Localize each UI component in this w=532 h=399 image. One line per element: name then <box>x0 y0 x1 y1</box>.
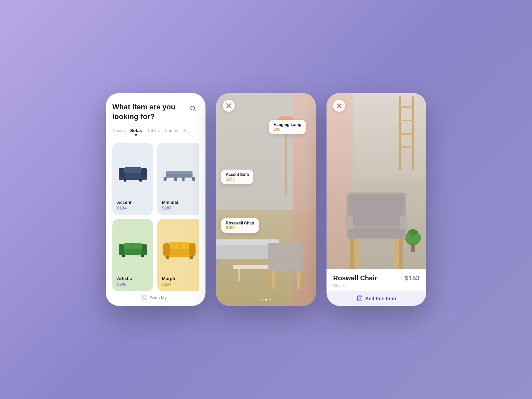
close-icon-phone3 <box>337 103 341 108</box>
phones-container: What item are you looking for? Chairs So… <box>106 93 426 306</box>
svg-rect-22 <box>163 243 170 256</box>
product-image-minimal <box>162 148 197 197</box>
svg-point-28 <box>144 297 145 299</box>
close-icon-phone2 <box>226 103 231 108</box>
product-info-row: Roswell Chair $153 <box>333 274 420 282</box>
product-image-artistic <box>117 224 149 273</box>
svg-line-1 <box>194 110 196 111</box>
svg-rect-11 <box>174 177 177 181</box>
close-button-phone3[interactable] <box>333 100 345 112</box>
chair-ar-svg <box>263 236 309 289</box>
svg-rect-49 <box>399 106 414 108</box>
svg-rect-40 <box>272 269 275 289</box>
browse-phone: What item are you looking for? Chairs So… <box>106 93 205 306</box>
svg-rect-33 <box>216 259 219 265</box>
morph-name: Morph <box>162 276 197 281</box>
product-grid: Accent $134 <box>112 143 199 291</box>
product-card-minimal[interactable]: Minimal $287 <box>157 143 199 215</box>
ar-tag-lamp[interactable]: Hanging Lamp $45 <box>269 120 306 134</box>
svg-rect-4 <box>141 168 147 178</box>
product-card-artistic[interactable]: Artistic $346 <box>112 219 153 291</box>
product-image-morph <box>162 224 197 273</box>
tab-more[interactable]: K... <box>184 128 190 137</box>
product-category: Chairs <box>333 283 420 288</box>
svg-rect-15 <box>119 244 124 255</box>
ar-tag-sofa[interactable]: Accent Sofa $153 <box>221 170 253 184</box>
lamp-tag-price: $45 <box>274 127 301 132</box>
accent-name: Accent <box>117 200 149 205</box>
svg-rect-9 <box>166 171 193 174</box>
sell-button[interactable]: Sell this Item <box>327 291 426 306</box>
tab-lamps[interactable]: Lamps <box>165 128 178 137</box>
detail-phone: Roswell Chair $153 Chairs Sell this Item <box>327 93 426 306</box>
search-icon <box>190 105 196 112</box>
wooden-rack-svg <box>396 96 416 170</box>
chair-detail-svg <box>338 183 415 269</box>
svg-rect-67 <box>349 195 404 226</box>
svg-rect-7 <box>139 179 142 182</box>
sofa-accent-icon <box>117 162 149 182</box>
product-card-accent[interactable]: Accent $134 <box>112 143 153 215</box>
svg-rect-69 <box>400 216 407 229</box>
svg-rect-13 <box>192 177 195 181</box>
lamp-tag-name: Hanging Lamp <box>274 122 301 127</box>
svg-rect-36 <box>238 269 240 281</box>
close-button-phone2[interactable] <box>223 100 235 112</box>
dot-3 <box>269 299 271 301</box>
svg-rect-6 <box>124 179 126 182</box>
svg-rect-59 <box>355 236 359 269</box>
dot-1 <box>261 299 263 301</box>
sell-icon <box>357 295 363 301</box>
sell-label: Sell this Item <box>365 296 396 301</box>
lamp-svg <box>276 103 296 196</box>
artistic-name: Artistic <box>117 276 149 281</box>
svg-rect-60 <box>394 236 398 269</box>
svg-rect-68 <box>345 216 353 229</box>
svg-rect-19 <box>122 255 125 257</box>
morph-price: $124 <box>162 282 197 287</box>
artistic-price: $346 <box>117 282 149 287</box>
minimal-price: $287 <box>162 205 197 210</box>
ar-tag-chair[interactable]: Rosewell Chair $153 <box>221 218 259 233</box>
minimal-name: Minimal <box>162 200 197 205</box>
svg-rect-50 <box>399 120 414 121</box>
product-card-morph[interactable]: Morph $124 <box>157 219 199 291</box>
tab-sofas[interactable]: Sofas <box>130 128 142 137</box>
sofa-minimal-icon <box>164 162 195 182</box>
tab-chairs[interactable]: Chairs <box>112 128 125 137</box>
tab-tables[interactable]: Tables <box>147 128 160 137</box>
product-info-bar: Roswell Chair $153 Chairs <box>327 269 426 291</box>
svg-rect-51 <box>399 133 414 135</box>
svg-rect-52 <box>399 146 414 148</box>
accent-price: $134 <box>117 205 149 210</box>
chair-tag-price: $153 <box>226 225 254 230</box>
sofa-tag-name: Accent Sofa <box>226 172 249 177</box>
scan-label: Scan My... <box>150 295 170 300</box>
svg-rect-5 <box>124 167 141 173</box>
svg-rect-41 <box>297 269 300 289</box>
svg-rect-10 <box>164 177 167 181</box>
sofa-tag-price: $153 <box>226 177 249 182</box>
chair-tag-name: Rosewell Chair <box>226 221 254 225</box>
sofa-morph-icon <box>162 236 197 261</box>
product-detail-name: Roswell Chair <box>333 274 377 282</box>
svg-rect-26 <box>166 256 169 259</box>
phone3-inner: Roswell Chair $153 Chairs Sell this Item <box>327 93 426 306</box>
product-detail-price: $153 <box>405 274 420 282</box>
ar-phone: Hanging Lamp $45 Accent Sofa $153 Rosewe… <box>216 93 316 306</box>
search-button[interactable] <box>187 102 199 114</box>
svg-rect-12 <box>182 177 185 181</box>
sofa-artistic-icon <box>117 237 149 259</box>
scan-icon <box>141 295 147 301</box>
scan-bar[interactable]: Scan My... <box>112 295 199 301</box>
product-image-accent <box>117 148 149 197</box>
room-scene: Hanging Lamp $45 Accent Sofa $153 Rosewe… <box>216 93 316 306</box>
svg-rect-27 <box>190 256 193 259</box>
svg-rect-43 <box>268 243 304 264</box>
svg-rect-62 <box>348 227 405 238</box>
category-tabs: Chairs Sofas Tables Lamps K... <box>112 128 199 137</box>
product-photo-area <box>327 93 426 269</box>
main-heading: What item are you looking for? <box>112 102 187 121</box>
dot-indicator <box>261 299 271 301</box>
svg-point-0 <box>191 106 195 110</box>
